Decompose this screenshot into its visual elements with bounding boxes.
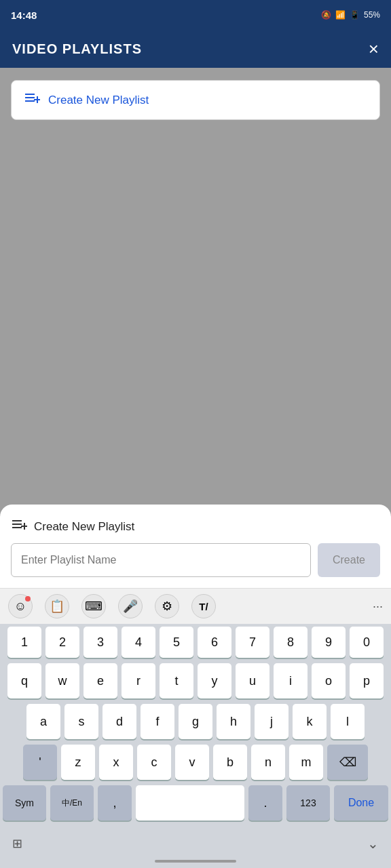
status-bar: 14:48 🔕 📶 📱 55% [0,0,391,30]
key-q[interactable]: q [7,663,41,698]
status-time: 14:48 [11,9,37,21]
status-icons: 🔕 📶 📱 55% [321,10,380,20]
key-x[interactable]: x [99,745,133,780]
emoji-dot-indicator [25,596,31,601]
key-a[interactable]: a [26,704,60,739]
key-5[interactable]: 5 [160,627,193,658]
key-7[interactable]: 7 [236,627,269,658]
letter-row-2: a s d f g h j k l [0,701,391,742]
keyboard: 1 2 3 4 5 6 7 8 9 0 q w e r t y u i [0,624,391,829]
main-content: Create New Playlist No Playlists found. … [0,68,391,868]
key-4[interactable]: 4 [122,627,155,658]
key-s[interactable]: s [64,704,98,739]
key-9[interactable]: 9 [312,627,346,658]
input-row: Create [0,543,391,588]
key-t[interactable]: t [160,663,193,698]
sym-key[interactable]: Sym [3,785,46,821]
settings-icon: ⚙ [162,599,172,614]
keyboard-toolbar: ☺ 📋 ⌨ 🎤 ⚙ T/ ··· [0,588,391,624]
playlist-name-input[interactable] [11,543,311,577]
home-bar [155,860,236,863]
letter-row-1: q w e r t y u i o p [0,660,391,701]
key-w[interactable]: w [45,663,79,698]
clipboard-toolbar-button[interactable]: 📋 [45,594,69,618]
bottom-sheet-header: Create New Playlist [0,505,391,543]
more-icon: ··· [373,599,383,613]
key-2[interactable]: 2 [45,627,79,658]
key-j[interactable]: j [255,704,288,739]
app-header: VIDEO PLAYLISTS × [0,30,391,68]
key-z[interactable]: z [61,745,95,780]
bottom-sheet: Create New Playlist Create ☺ 📋 ⌨ 🎤 ⚙ [0,505,391,868]
emoji-toolbar-button[interactable]: ☺ [8,594,33,618]
key-6[interactable]: 6 [198,627,231,658]
settings-toolbar-button[interactable]: ⚙ [155,594,179,618]
signal-icon: 📱 [350,10,360,20]
app-title: VIDEO PLAYLISTS [12,41,142,57]
key-v[interactable]: v [175,745,209,780]
bottom-row: Sym 中/En , . 123 Done [0,783,391,823]
comma-key[interactable]: , [98,785,132,821]
bottom-sheet-playlist-icon [12,518,27,535]
key-k[interactable]: k [293,704,327,739]
keyboard-grid-icon[interactable]: ⊞ [12,836,22,851]
key-n[interactable]: n [251,745,285,780]
microphone-icon: 🎤 [123,599,138,614]
more-toolbar-button[interactable]: ··· [373,599,383,614]
key-y[interactable]: y [198,663,231,698]
key-1[interactable]: 1 [7,627,41,658]
key-m[interactable]: m [289,745,323,780]
chevron-down-icon[interactable]: ⌄ [367,835,379,852]
key-g[interactable]: g [179,704,212,739]
key-i[interactable]: i [274,663,308,698]
key-b[interactable]: b [213,745,247,780]
key-0[interactable]: 0 [350,627,384,658]
translate-toolbar-button[interactable]: T/ [191,594,216,618]
keyboard-icon: ⌨ [85,599,103,614]
done-key[interactable]: Done [334,785,388,821]
bottom-sheet-title: Create New Playlist [34,520,134,534]
key-e[interactable]: e [83,663,117,698]
clipboard-icon: 📋 [50,599,64,614]
number-row: 1 2 3 4 5 6 7 8 9 0 [0,624,391,660]
bottom-nav: ⊞ ⌄ [0,829,391,856]
key-r[interactable]: r [122,663,155,698]
key-l[interactable]: l [331,704,365,739]
create-playlist-top-label: Create New Playlist [48,94,149,107]
key-c[interactable]: c [137,745,171,780]
key-f[interactable]: f [141,704,174,739]
notifications-off-icon: 🔕 [321,10,331,20]
create-playlist-button[interactable]: Create [318,543,380,577]
key-3[interactable]: 3 [83,627,117,658]
lang-key[interactable]: 中/En [50,785,94,821]
period-key[interactable]: . [248,785,282,821]
key-8[interactable]: 8 [274,627,308,658]
key-u[interactable]: u [236,663,269,698]
key-d[interactable]: d [103,704,136,739]
num123-key[interactable]: 123 [286,785,330,821]
letter-row-3: ' z x c v b n m ⌫ [0,742,391,783]
keyboard-switch-button[interactable]: ⌨ [81,594,106,618]
translate-icon: T/ [199,601,208,612]
space-key[interactable] [136,785,244,821]
key-o[interactable]: o [312,663,346,698]
create-playlist-top-button[interactable]: Create New Playlist [11,80,380,120]
home-indicator [0,856,391,868]
backspace-key[interactable]: ⌫ [327,745,368,780]
battery-text: 55% [364,10,380,20]
key-apostrophe[interactable]: ' [23,745,57,780]
emoji-icon: ☺ [14,599,26,614]
key-p[interactable]: p [350,663,384,698]
close-button[interactable]: × [369,40,379,58]
mic-toolbar-button[interactable]: 🎤 [118,594,143,618]
key-h[interactable]: h [217,704,250,739]
playlist-add-icon [25,92,40,108]
wifi-icon: 📶 [335,10,346,20]
